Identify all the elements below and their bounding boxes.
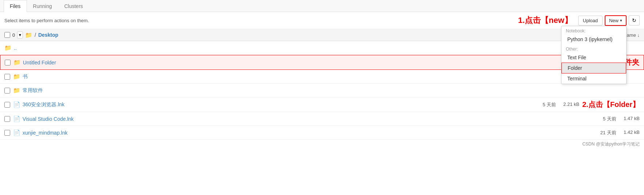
- folder-icon: 📁: [13, 73, 20, 80]
- select-dropdown[interactable]: ▾: [17, 31, 23, 39]
- other-section-label: Other:: [561, 44, 626, 52]
- file-icon: 📄: [13, 129, 20, 136]
- untitled-folder-link[interactable]: Untitled Folder: [23, 60, 560, 65]
- list-item: 📄 Visual Studio Code.lnk 5 天前 1.47 kB: [0, 112, 644, 126]
- file-checkbox[interactable]: [4, 116, 10, 122]
- annotation-click-folder: 2.点击【Folder】: [582, 100, 640, 110]
- new-button-label: New: [609, 18, 619, 23]
- file-size: 1.42 kB: [624, 130, 640, 136]
- file-meta: 21 天前 1.42 kB: [600, 130, 640, 136]
- list-item: 📁 书: [0, 70, 644, 84]
- file-list: 📁 .. 📁 Untitled Folder 3.这是新建的文件夹 📁 书 📁 …: [0, 41, 644, 140]
- select-all-checkbox[interactable]: [4, 32, 10, 38]
- file-size: 2.21 kB: [563, 102, 579, 108]
- vscode-link[interactable]: Visual Studio Code.lnk: [23, 116, 603, 122]
- python3-item[interactable]: Python 3 (ipykernel): [561, 34, 626, 44]
- selected-count: 0: [12, 32, 15, 38]
- list-item: 📁 常用软件: [0, 84, 644, 98]
- select-text: Select items to perform actions on them.: [4, 18, 89, 23]
- upload-button[interactable]: Upload: [578, 16, 603, 25]
- list-item: 📁 Untitled Folder 3.这是新建的文件夹: [0, 55, 644, 70]
- toolbar-right: 1.点击【new】 Upload New ▾ Notebook: Python …: [518, 15, 640, 26]
- breadcrumb-left: 0 ▾ 📁 / Desktop: [4, 31, 58, 39]
- new-dropdown-menu: Notebook: Python 3 (ipykernel) Other: Te…: [561, 26, 627, 84]
- terminal-item[interactable]: Terminal: [561, 73, 626, 84]
- new-button[interactable]: New ▾: [605, 15, 627, 26]
- breadcrumb-current[interactable]: Desktop: [38, 32, 58, 38]
- file-icon: 📄: [13, 115, 20, 122]
- file-icon: 📄: [13, 101, 20, 108]
- folder-icon: 📁: [4, 44, 12, 51]
- file-size: 1.47 kB: [624, 116, 640, 122]
- file-checkbox[interactable]: [4, 88, 10, 93]
- new-dropdown-wrapper: New ▾ Notebook: Python 3 (ipykernel) Oth…: [605, 15, 627, 26]
- xunjie-link[interactable]: xunjie_mindmap.lnk: [23, 130, 600, 136]
- file-checkbox[interactable]: [5, 60, 11, 65]
- annotation-click-new: 1.点击【new】: [518, 15, 572, 26]
- tab-clusters[interactable]: Clusters: [58, 0, 89, 12]
- file-checkbox[interactable]: [4, 102, 10, 108]
- file-meta: 5 天前 1.47 kB: [603, 116, 640, 122]
- folder-item[interactable]: Folder: [561, 63, 626, 73]
- folder-icon: 📁: [13, 87, 20, 94]
- breadcrumb-separator: /: [35, 32, 36, 38]
- file-date: 21 天前: [600, 130, 616, 136]
- changyong-link[interactable]: 常用软件: [23, 87, 640, 94]
- breadcrumb-folder-icon: 📁: [25, 32, 32, 39]
- file-meta: 5 天前 2.21 kB: [543, 102, 579, 108]
- file-checkbox[interactable]: [4, 130, 10, 136]
- file-date: 5 天前: [543, 102, 556, 108]
- 360-link[interactable]: 360安全浏览器.lnk: [23, 102, 543, 108]
- folder-icon: 📁: [13, 59, 21, 66]
- refresh-button[interactable]: ↻: [629, 15, 640, 25]
- tabs-bar: Files Running Clusters: [0, 0, 644, 12]
- tab-files[interactable]: Files: [4, 0, 27, 12]
- list-item: 📄 xunjie_mindmap.lnk 21 天前 1.42 kB: [0, 126, 644, 140]
- shu-link[interactable]: 书: [23, 73, 640, 80]
- notebook-section-label: Notebook:: [561, 26, 626, 34]
- text-file-item[interactable]: Text File: [561, 52, 626, 63]
- file-date: 5 天前: [603, 116, 616, 122]
- breadcrumb-bar: 0 ▾ 📁 / Desktop Name ↓: [0, 29, 644, 41]
- list-item: 📁 ..: [0, 41, 644, 55]
- tab-running[interactable]: Running: [27, 0, 58, 12]
- toolbar: Select items to perform actions on them.…: [0, 12, 644, 29]
- parent-link[interactable]: ..: [14, 45, 640, 51]
- page-footer: CSDN @安迪python学习笔记: [0, 140, 644, 149]
- new-button-caret: ▾: [620, 18, 622, 23]
- list-item: 📄 360安全浏览器.lnk 5 天前 2.21 kB 2.点击【Folder】: [0, 98, 644, 112]
- file-checkbox[interactable]: [4, 74, 10, 80]
